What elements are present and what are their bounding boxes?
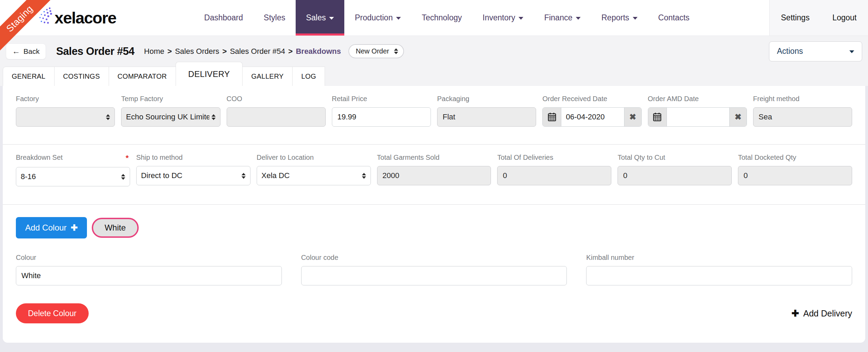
nav-item-production[interactable]: Production [344, 0, 411, 36]
add-colour-label: Add Colour [25, 223, 67, 233]
colour-code-field: Colour code [301, 254, 567, 285]
breadcrumb-sales-orders[interactable]: Sales Orders [175, 47, 219, 56]
kimball-number-field: Kimball number [586, 254, 852, 285]
field-label: COO [227, 95, 326, 103]
colour-chips-row: Add Colour ✚ White [16, 217, 852, 238]
breadcrumb-separator: > [223, 47, 227, 56]
field-label: Colour code [301, 254, 567, 262]
nav-item-contacts[interactable]: Contacts [648, 0, 700, 36]
nav-label: Contacts [658, 13, 690, 22]
colour-input[interactable] [16, 266, 282, 285]
add-colour-button[interactable]: Add Colour ✚ [16, 217, 87, 238]
back-arrow-icon: ← [12, 47, 20, 55]
total-docketed-qty-input[interactable] [738, 166, 852, 185]
caret-down-icon [849, 50, 854, 53]
select-arrows-icon [106, 114, 110, 120]
colour-code-input[interactable] [301, 266, 567, 285]
total-of-deliveries-field: Total Of Deliveries [497, 154, 611, 204]
nav-label: Settings [781, 13, 810, 22]
retail-price-field: Retail Price [332, 95, 431, 144]
freight-method-input[interactable] [753, 107, 852, 127]
chevron-down-icon [633, 17, 638, 20]
add-delivery-label: Add Delivery [803, 309, 852, 319]
field-label: Total Docketed Qty [738, 154, 852, 162]
colour-field: Colour [16, 254, 282, 285]
calendar-icon [547, 112, 557, 122]
breakdown-set-select[interactable]: 8-16 [16, 167, 130, 186]
tab-log[interactable]: LOG [292, 67, 325, 86]
breadcrumb-sales-order-54[interactable]: Sales Order #54 [230, 47, 285, 56]
nav-item-finance[interactable]: Finance [534, 0, 591, 36]
calendar-button[interactable] [543, 108, 561, 126]
nav-label: Sales [306, 13, 326, 22]
tab-gallery[interactable]: GALLERY [242, 67, 293, 86]
colour-section: Add Colour ✚ White Colour Colour code Ki… [3, 205, 865, 323]
nav-item-settings[interactable]: Settings [770, 0, 821, 36]
delete-colour-button[interactable]: Delete Colour [16, 303, 89, 323]
kimball-number-input[interactable] [586, 266, 852, 285]
add-delivery-link[interactable]: ✚ Add Delivery [791, 309, 852, 319]
order-select[interactable]: New Order [348, 44, 404, 58]
logo-text: xelacore [55, 8, 116, 27]
nav-right: Settings Logout [769, 0, 868, 36]
field-label: Temp Factory [121, 95, 220, 103]
coo-input[interactable] [227, 107, 326, 127]
total-garments-sold-input[interactable] [377, 166, 491, 185]
page-title: Sales Order #54 [56, 45, 135, 58]
actions-label: Actions [777, 47, 803, 56]
tab-bar: GENERAL COSTINGS COMPARATOR DELIVERY GAL… [0, 67, 868, 86]
required-asterisk: * [126, 154, 130, 163]
nav-item-dashboard[interactable]: Dashboard [194, 0, 254, 36]
tab-delivery[interactable]: DELIVERY [176, 62, 243, 86]
actions-button[interactable]: Actions [769, 41, 862, 61]
clear-received-date-button[interactable]: ✖ [624, 108, 641, 126]
temp-factory-select[interactable]: Echo Sourcing UK Limited [121, 107, 220, 127]
updown-arrows-icon [394, 48, 398, 54]
nav-item-technology[interactable]: Technology [411, 0, 472, 36]
content-card: Factory Temp Factory Echo Sourcing UK Li… [3, 86, 865, 343]
breadcrumb-separator: > [288, 47, 293, 56]
nav-item-logout[interactable]: Logout [821, 0, 868, 36]
nav-label: Inventory [483, 13, 515, 22]
breadcrumb: Home > Sales Orders > Sales Order #54 > … [144, 47, 341, 56]
nav-item-sales[interactable]: Sales [296, 0, 345, 36]
page-header: ← Back Sales Order #54 Home > Sales Orde… [0, 36, 868, 67]
tab-general[interactable]: GENERAL [3, 67, 55, 86]
top-nav: xelacore Dashboard Styles Sales Producti… [0, 0, 868, 36]
nav-label: Finance [544, 13, 572, 22]
field-label: Kimball number [586, 254, 852, 262]
nav-item-reports[interactable]: Reports [591, 0, 648, 36]
nav-label: Dashboard [204, 13, 243, 22]
tab-costings[interactable]: COSTINGS [54, 67, 109, 86]
nav-label: Styles [264, 13, 285, 22]
clear-amd-date-button[interactable]: ✖ [729, 108, 747, 126]
deliver-to-location-select[interactable]: Xela DC [257, 166, 371, 185]
plus-icon: ✚ [71, 224, 78, 232]
nav-item-styles[interactable]: Styles [253, 0, 296, 36]
back-button[interactable]: ← Back [6, 43, 46, 59]
total-qty-to-cut-input[interactable] [618, 166, 732, 185]
colour-chip-white[interactable]: White [92, 218, 138, 238]
packaging-field: Packaging [437, 95, 536, 144]
colour-fields-row: Colour Colour code Kimball number [16, 254, 852, 285]
field-label: Deliver to Location [257, 154, 371, 162]
freight-method-field: Freight method [753, 95, 852, 144]
calendar-button[interactable] [648, 108, 667, 126]
nav-item-inventory[interactable]: Inventory [472, 0, 534, 36]
factory-select[interactable] [16, 107, 115, 127]
order-amd-date-field: Order AMD Date ✖ [648, 95, 747, 144]
total-of-deliveries-input[interactable] [497, 166, 611, 185]
ship-to-method-select[interactable]: Direct to DC [136, 166, 250, 185]
breakdown-row: Breakdown Set * 8-16 Ship to method Dire… [3, 145, 865, 205]
logo[interactable]: xelacore [38, 0, 116, 36]
field-label: Order Received Date [542, 95, 641, 103]
tab-comparator[interactable]: COMPARATOR [109, 67, 176, 86]
nav-label: Production [355, 13, 393, 22]
breadcrumb-home[interactable]: Home [144, 47, 165, 56]
retail-price-input[interactable] [332, 107, 431, 127]
order-received-date-input[interactable] [561, 108, 624, 126]
packaging-input[interactable] [437, 107, 536, 127]
order-amd-date-input[interactable] [667, 108, 729, 126]
field-label: Packaging [437, 95, 536, 103]
breakdown-set-field: Breakdown Set * 8-16 [16, 154, 130, 204]
